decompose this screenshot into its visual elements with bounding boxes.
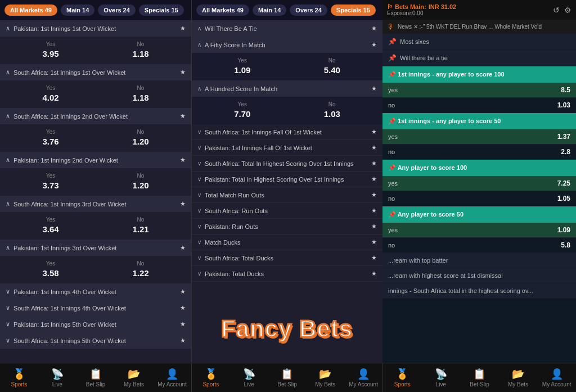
- nav-item-live[interactable]: 📡 Live: [230, 363, 268, 392]
- refresh-icon[interactable]: ↺: [553, 6, 560, 15]
- mid-market-header-1[interactable]: ∧ A Fifty Score In Match ★: [192, 37, 382, 53]
- filter-btn-main[interactable]: Main 14: [61, 4, 94, 16]
- nav-item-live[interactable]: 📡 Live: [422, 363, 461, 392]
- mid-scroll[interactable]: ∧ Will There Be A Tie ★ ∧ A Fifty Score …: [192, 20, 382, 363]
- no-box[interactable]: No 5.40: [287, 57, 377, 75]
- star-icon[interactable]: ★: [371, 25, 377, 32]
- nav-item-my-bets[interactable]: 📂 My Bets: [306, 363, 344, 392]
- extra-item-0[interactable]: ...ream with top batter: [382, 253, 576, 268]
- left-market-header-5[interactable]: ∧ Pakistan: 1st Innings 3rd Over Wicket …: [0, 240, 191, 256]
- no-box[interactable]: No 1.21: [96, 217, 186, 234]
- extra-item-2[interactable]: innings - South Africa total in the high…: [382, 283, 576, 299]
- yes-box[interactable]: Yes 3.64: [6, 217, 96, 234]
- nav-item-my-bets[interactable]: 📂 My Bets: [499, 363, 538, 392]
- star-icon[interactable]: ★: [371, 144, 377, 151]
- filter-btn-specials[interactable]: Specials 15: [139, 4, 184, 16]
- left-market-header-4[interactable]: ∧ South Africa: 1st Innings 3rd Over Wic…: [0, 196, 191, 212]
- mid-filter-btn-overs[interactable]: Overs 24: [290, 4, 327, 16]
- yes-box[interactable]: Yes 7.70: [197, 101, 287, 119]
- star-icon[interactable]: ★: [371, 85, 377, 92]
- mid-collapsed-6[interactable]: ∨ Pakistan: Total In Highest Scoring Ove…: [192, 172, 382, 187]
- mid-collapsed-9[interactable]: ∨ Pakistan: Run Outs ★: [192, 219, 382, 235]
- nav-item-sports[interactable]: 🏅 Sports: [192, 363, 230, 392]
- left-market-header-8[interactable]: ∨ Pakistan: 1st Innings 5th Over Wicket …: [0, 316, 191, 332]
- nav-item-live[interactable]: 📡 Live: [38, 363, 76, 392]
- mid-market-header-0[interactable]: ∧ Will There Be A Tie ★: [192, 20, 382, 37]
- star-icon[interactable]: ★: [371, 207, 377, 214]
- mid-filter-btn-specials[interactable]: Specials 15: [331, 4, 376, 16]
- bet-odd-row-2-1[interactable]: no 1.05: [382, 191, 576, 206]
- nav-item-bet-slip[interactable]: 📋 Bet Slip: [460, 363, 499, 392]
- yes-box[interactable]: Yes 3.95: [6, 41, 96, 58]
- left-market-header-9[interactable]: ∨ South Africa: 1st Innings 5th Over Wic…: [0, 332, 191, 349]
- star-icon[interactable]: ★: [371, 270, 377, 277]
- yes-box[interactable]: Yes 3.76: [6, 129, 96, 146]
- star-icon[interactable]: ★: [180, 337, 186, 344]
- no-box[interactable]: No 1.18: [96, 41, 186, 58]
- filter-btn-overs[interactable]: Overs 24: [98, 4, 135, 16]
- yes-box[interactable]: Yes 1.09: [197, 57, 287, 75]
- left-market-header-2[interactable]: ∧ South Africa: 1st Innings 2nd Over Wic…: [0, 108, 191, 124]
- left-scroll[interactable]: ∧ Pakistan: 1st Innings 1st Over Wicket …: [0, 20, 191, 363]
- nav-item-my-account[interactable]: 👤 My Account: [153, 363, 191, 392]
- mid-collapsed-4[interactable]: ∨ Pakistan: 1st Innings Fall Of 1st Wick…: [192, 140, 382, 156]
- nav-item-my-account[interactable]: 👤 My Account: [537, 363, 576, 392]
- star-icon[interactable]: ★: [180, 288, 186, 295]
- left-market-header-1[interactable]: ∧ South Africa: 1st Innings 1st Over Wic…: [0, 64, 191, 80]
- left-market-header-7[interactable]: ∨ South Africa: 1st Innings 4th Over Wic…: [0, 300, 191, 316]
- star-icon[interactable]: ★: [371, 223, 377, 230]
- mid-filter-btn-main[interactable]: Main 14: [253, 4, 286, 16]
- star-icon[interactable]: ★: [180, 200, 186, 208]
- mid-collapsed-7[interactable]: ∨ Total Match Run Outs ★: [192, 187, 382, 203]
- nav-item-sports[interactable]: 🏅 Sports: [0, 363, 38, 392]
- nav-item-bet-slip[interactable]: 📋 Bet Slip: [76, 363, 115, 392]
- nav-item-sports[interactable]: 🏅 Sports: [383, 363, 422, 392]
- star-icon[interactable]: ★: [371, 191, 377, 199]
- bet-odd-row-1-1[interactable]: no 2.8: [382, 145, 576, 160]
- mid-collapsed-12[interactable]: ∨ Pakistan: Total Ducks ★: [192, 266, 382, 282]
- no-box[interactable]: No 1.03: [287, 101, 377, 119]
- star-icon[interactable]: ★: [371, 238, 377, 246]
- nav-item-my-bets[interactable]: 📂 My Bets: [115, 363, 153, 392]
- filter-btn-all-markets[interactable]: All Markets 49: [4, 4, 57, 16]
- bet-odd-row-1-0[interactable]: yes 1.37: [382, 129, 576, 145]
- yes-box[interactable]: Yes 3.58: [6, 260, 96, 278]
- bet-odd-row-0-1[interactable]: no 1.03: [382, 98, 576, 113]
- bet-odd-row-2-0[interactable]: yes 7.25: [382, 176, 576, 191]
- left-market-header-0[interactable]: ∧ Pakistan: 1st Innings 1st Over Wicket …: [0, 20, 191, 37]
- mid-collapsed-3[interactable]: ∨ South Africa: 1st Innings Fall Of 1st …: [192, 124, 382, 140]
- mid-collapsed-5[interactable]: ∨ South Africa: Total In Highest Scoring…: [192, 156, 382, 172]
- star-icon[interactable]: ★: [180, 69, 186, 76]
- bet-odd-row-3-1[interactable]: no 5.8: [382, 238, 576, 253]
- star-icon[interactable]: ★: [371, 254, 377, 262]
- star-icon[interactable]: ★: [180, 112, 186, 120]
- star-icon[interactable]: ★: [180, 321, 186, 328]
- no-box[interactable]: No 1.18: [96, 85, 186, 102]
- mid-filter-btn-all-markets[interactable]: All Markets 49: [196, 4, 249, 16]
- no-box[interactable]: No 1.20: [96, 129, 186, 146]
- star-icon[interactable]: ★: [180, 244, 186, 251]
- mid-collapsed-8[interactable]: ∨ South Africa: Run Outs ★: [192, 203, 382, 219]
- star-icon[interactable]: ★: [180, 304, 186, 312]
- left-market-header-6[interactable]: ∨ Pakistan: 1st Innings 4th Over Wicket …: [0, 283, 191, 300]
- nav-item-bet-slip[interactable]: 📋 Bet Slip: [268, 363, 307, 392]
- settings-icon[interactable]: ⚙: [564, 6, 572, 15]
- star-icon[interactable]: ★: [371, 41, 377, 48]
- extra-item-1[interactable]: ...ream with highest score at 1st dismis…: [382, 268, 576, 283]
- mid-collapsed-11[interactable]: ∨ South Africa: Total Ducks ★: [192, 250, 382, 266]
- yes-box[interactable]: Yes 3.73: [6, 173, 96, 190]
- mid-collapsed-10[interactable]: ∨ Match Ducks ★: [192, 235, 382, 250]
- bet-item-0[interactable]: 📌 Most sixes: [382, 34, 576, 50]
- star-icon[interactable]: ★: [180, 25, 186, 32]
- mid-market-header-2[interactable]: ∧ A Hundred Score In Match ★: [192, 80, 382, 97]
- bet-item-1[interactable]: 📌 Will there be a tie: [382, 50, 576, 66]
- no-box[interactable]: No 1.22: [96, 260, 186, 278]
- yes-box[interactable]: Yes 4.02: [6, 85, 96, 102]
- nav-item-my-account[interactable]: 👤 My Account: [344, 363, 382, 392]
- star-icon[interactable]: ★: [180, 156, 186, 164]
- right-scroll[interactable]: 📌 Most sixes 📌 Will there be a tie 📌 1st…: [382, 34, 576, 363]
- star-icon[interactable]: ★: [371, 128, 377, 136]
- bet-odd-row-3-0[interactable]: yes 1.09: [382, 223, 576, 238]
- no-box[interactable]: No 1.20: [96, 173, 186, 190]
- bet-odd-row-0-0[interactable]: yes 8.5: [382, 83, 576, 98]
